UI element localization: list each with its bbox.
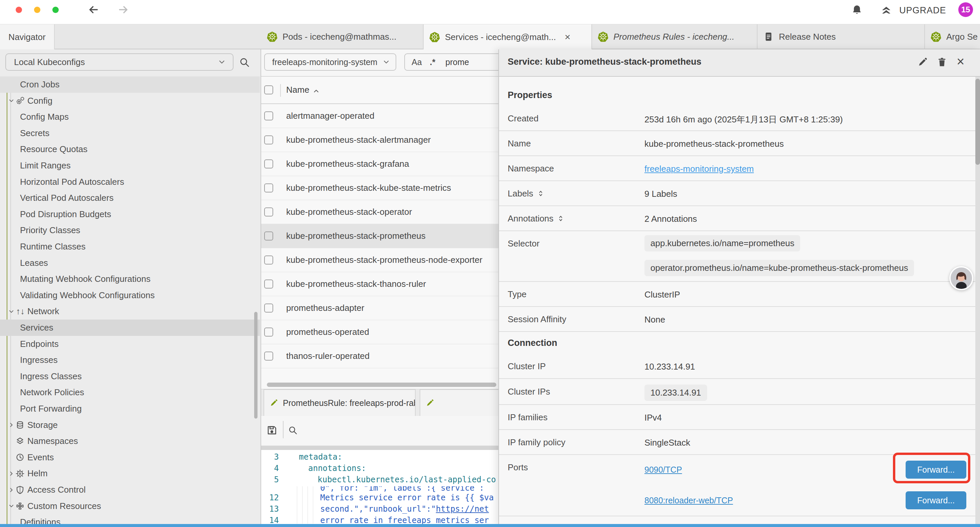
sidebar-item-network-policies[interactable]: Network Policies xyxy=(0,384,260,401)
row-checkbox[interactable] xyxy=(264,328,273,336)
table-row-kube-prometheus-stack-prometheus[interactable]: kube-prometheus-stack-prometheus xyxy=(261,224,498,248)
traffic-light-zoom[interactable] xyxy=(52,7,59,13)
sort-toggle-icon[interactable] xyxy=(557,215,565,223)
row-checkbox[interactable] xyxy=(264,280,273,288)
prometheusrule-editor-tab[interactable]: PrometheusRule: freeleaps-prod-rabbitmq xyxy=(264,389,415,416)
sidebar-item-network[interactable]: ↑↓Network xyxy=(0,303,260,320)
chevron-right-icon[interactable] xyxy=(7,421,15,429)
select-all-checkbox[interactable] xyxy=(264,85,273,94)
row-checkbox[interactable] xyxy=(264,159,273,169)
close-icon[interactable]: × xyxy=(957,54,964,69)
editor-scroll-track[interactable] xyxy=(261,446,498,450)
table-row-kube-prometheus-stack-operator[interactable]: kube-prometheus-stack-operator xyxy=(261,200,498,224)
table-row-kube-prometheus-stack-alertmanager[interactable]: kube-prometheus-stack-alertmanager xyxy=(261,128,498,152)
sidebar-item-endpoints[interactable]: Endpoints xyxy=(0,336,260,352)
upgrade-button[interactable]: UPGRADE xyxy=(899,5,946,16)
row-checkbox[interactable] xyxy=(264,135,273,145)
filter-input[interactable]: Aa .* prome xyxy=(404,53,498,71)
value-chip[interactable]: 10.233.14.91 xyxy=(644,385,707,401)
back-arrow-icon[interactable] xyxy=(88,4,99,16)
sidebar-item-horizontal-pod-autoscalers[interactable]: Horizontal Pod Autoscalers xyxy=(0,174,260,190)
table-row-kube-prometheus-stack-grafana[interactable]: kube-prometheus-stack-grafana xyxy=(261,152,498,176)
port-link[interactable]: 9090/TCP xyxy=(644,465,682,474)
code-link[interactable]: https://net xyxy=(436,504,489,514)
navigator-tab[interactable]: Navigator xyxy=(0,24,55,50)
upgrade-chevrons-icon[interactable] xyxy=(880,4,892,17)
sidebar-item-resource-quotas[interactable]: Resource Quotas xyxy=(0,141,260,158)
tab-services-icecheng-math[interactable]: Services - icecheng@math...× xyxy=(424,24,592,50)
horizontal-scrollbar-thumb[interactable] xyxy=(267,382,496,387)
kubeconfig-selector[interactable]: Local Kubeconfigs xyxy=(5,53,234,71)
user-avatar[interactable] xyxy=(949,266,973,290)
sort-toggle-icon[interactable] xyxy=(537,189,545,197)
row-checkbox[interactable] xyxy=(264,183,273,193)
sidebar-item-config-maps[interactable]: Config Maps xyxy=(0,109,260,125)
sidebar-item-port-forwarding[interactable]: Port Forwarding xyxy=(0,401,260,417)
sidebar-scrollbar-thumb[interactable] xyxy=(254,312,258,419)
sidebar-item-validating-webhook-configurations[interactable]: Validating Webhook Configurations xyxy=(0,287,260,304)
sidebar-item-mutating-webhook-configurations[interactable]: Mutating Webhook Configurations xyxy=(0,271,260,287)
chevron-down-icon[interactable] xyxy=(7,307,15,315)
namespace-selector[interactable]: freeleaps-monitoring-system xyxy=(264,53,396,71)
sidebar-item-helm[interactable]: Helm xyxy=(0,465,260,482)
notifications-bell-icon[interactable] xyxy=(851,4,862,15)
sidebar-item-secrets[interactable]: Secrets xyxy=(0,125,260,142)
sidebar-item-runtime-classes[interactable]: Runtime Classes xyxy=(0,239,260,255)
tab-release-notes[interactable]: Release Notes xyxy=(757,24,925,49)
table-row-alertmanager-operated[interactable]: alertmanager-operated xyxy=(261,104,498,128)
column-name-header[interactable]: Name xyxy=(286,85,309,95)
sidebar-item-storage[interactable]: Storage xyxy=(0,417,260,433)
table-row-thanos-ruler-operated[interactable]: thanos-ruler-operated xyxy=(261,344,498,368)
traffic-light-minimize[interactable] xyxy=(34,7,40,13)
tab-close-icon[interactable]: × xyxy=(565,31,571,43)
row-checkbox[interactable] xyxy=(264,207,273,217)
sidebar-item-limit-ranges[interactable]: Limit Ranges xyxy=(0,158,260,174)
table-row-kube-prometheus-stack-prometheus-node-exporter[interactable]: kube-prometheus-stack-prometheus-node-ex… xyxy=(261,248,498,272)
forward-arrow-icon[interactable] xyxy=(118,4,129,16)
edit-pencil-icon[interactable] xyxy=(917,57,928,67)
namespace-link[interactable]: freeleaps-monitoring-system xyxy=(644,164,754,174)
match-case-toggle[interactable]: Aa xyxy=(412,57,422,67)
sidebar-item-ingresses[interactable]: Ingresses xyxy=(0,352,260,368)
tab-prometheus-rules-icecheng[interactable]: Prometheus Rules - icecheng... xyxy=(592,24,757,49)
sidebar-item-priority-classes[interactable]: Priority Classes xyxy=(0,222,260,239)
chevron-right-icon[interactable] xyxy=(7,486,15,494)
row-checkbox[interactable] xyxy=(264,111,273,120)
sidebar-item-namespaces[interactable]: Namespaces xyxy=(0,433,260,449)
sidebar-item-ingress-classes[interactable]: Ingress Classes xyxy=(0,368,260,385)
sidebar-item-custom-resources[interactable]: Custom Resources xyxy=(0,498,260,514)
detail-scrollbar-thumb[interactable] xyxy=(975,79,980,165)
sidebar-item-events[interactable]: Events xyxy=(0,449,260,466)
sort-ascending-icon[interactable] xyxy=(312,87,321,96)
sidebar-item-vertical-pod-autoscalers[interactable]: Vertical Pod Autoscalers xyxy=(0,190,260,206)
yaml-editor[interactable]: 3metadata:4annotations:5kubectl.kubernet… xyxy=(261,450,498,524)
second-editor-tab[interactable] xyxy=(420,389,498,416)
sidebar-search-icon[interactable] xyxy=(239,57,250,68)
notification-count-badge[interactable]: 15 xyxy=(958,2,973,17)
sidebar-item-cron-jobs[interactable]: Cron Jobs xyxy=(0,76,260,93)
row-checkbox[interactable] xyxy=(264,255,273,264)
row-checkbox[interactable] xyxy=(264,304,273,312)
sidebar-item-config[interactable]: Config xyxy=(0,93,260,109)
editor-search-icon[interactable] xyxy=(288,425,298,435)
row-checkbox[interactable] xyxy=(264,231,273,240)
table-row-kube-prometheus-stack-thanos-ruler[interactable]: kube-prometheus-stack-thanos-ruler xyxy=(261,272,498,296)
selector-chip[interactable]: app.kubernetes.io/name=prometheus xyxy=(644,235,800,252)
table-row-prometheus-adapter[interactable]: prometheus-adapter xyxy=(261,296,498,320)
save-floppy-icon[interactable] xyxy=(266,425,277,436)
traffic-light-close[interactable] xyxy=(16,7,22,13)
sidebar-item-pod-disruption-budgets[interactable]: Pod Disruption Budgets xyxy=(0,206,260,223)
chevron-right-icon[interactable] xyxy=(7,470,15,478)
sidebar-item-leases[interactable]: Leases xyxy=(0,255,260,271)
delete-trash-icon[interactable] xyxy=(937,57,947,67)
row-checkbox[interactable] xyxy=(264,352,273,361)
selector-chip[interactable]: operator.prometheus.io/name=kube-prometh… xyxy=(644,260,914,276)
table-row-kube-prometheus-stack-kube-state-metrics[interactable]: kube-prometheus-stack-kube-state-metrics xyxy=(261,176,498,200)
chevron-down-icon[interactable] xyxy=(7,97,15,105)
chevron-down-icon[interactable] xyxy=(7,502,15,510)
forward-button[interactable]: Forward... xyxy=(905,461,966,479)
regex-toggle[interactable]: .* xyxy=(430,57,436,67)
table-row-prometheus-operated[interactable]: prometheus-operated xyxy=(261,320,498,344)
port-link[interactable]: 8080:reloader-web/TCP xyxy=(644,496,733,505)
tab-argo-se[interactable]: Argo Se xyxy=(925,24,980,49)
